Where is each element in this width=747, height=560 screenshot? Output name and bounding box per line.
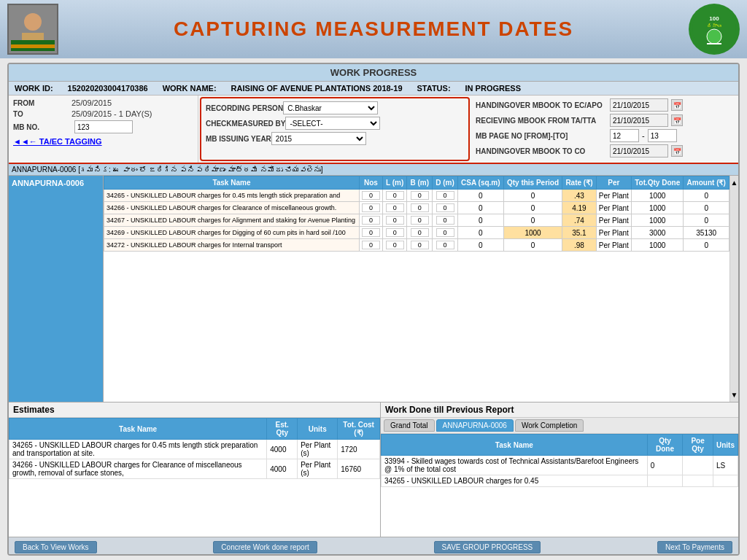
rate-cell: .43	[562, 190, 596, 202]
from-label: FROM	[13, 99, 71, 107]
est-col-qty: Est. Qty	[267, 419, 298, 440]
calendar-icon-2[interactable]: 📅	[671, 114, 683, 126]
tab-annapurna[interactable]: ANNAPURNA-0006	[436, 419, 514, 432]
wd-units-cell: LS	[713, 456, 738, 475]
wd-poe-qty-cell	[683, 456, 713, 475]
csa-cell: 0	[457, 190, 503, 202]
tab-work-completion[interactable]: Work Completion	[515, 419, 584, 432]
work-name-value: RAISING OF AVENUE PLANTATIONS 2018-19	[231, 84, 403, 93]
d-cell[interactable]	[433, 227, 458, 239]
list-item: 34266 - UNSKILLED LABOUR charges for Cle…	[9, 459, 380, 479]
recording-person-select[interactable]: C.Bhaskar	[283, 101, 378, 114]
recording-form: RECORDING PERSON C.Bhaskar CHECKMEASURED…	[200, 97, 470, 161]
work-id-value: 152020203004170386	[68, 84, 148, 93]
work-id-label: WORK ID:	[15, 84, 53, 93]
save-group-progress-button[interactable]: SAVE GROUP PROGRESS	[434, 541, 541, 553]
mb-page-from-input[interactable]	[610, 129, 639, 142]
est-qty-cell: 4000	[267, 440, 298, 459]
checkmeasured-select[interactable]: -SELECT-	[285, 117, 380, 130]
handover-form: HANDINGOVER MBOOK TO EC/APO 📅 RECIEVING …	[471, 96, 738, 163]
est-cost-cell: 1720	[338, 440, 380, 459]
from-value: 25/09/2015	[71, 98, 112, 107]
annapurna-code: ANNAPURNA-0006	[12, 179, 100, 187]
per-cell: Per Plant	[596, 190, 631, 202]
b-cell[interactable]	[407, 190, 433, 202]
wd-col-qty-done: Qty Done	[647, 435, 682, 456]
tot-qty-cell: 3000	[632, 227, 684, 239]
checkmeasured-label: CHECKMEASURED BY	[206, 120, 285, 128]
calendar-icon-3[interactable]: 📅	[671, 145, 683, 157]
csa-cell: 0	[457, 202, 503, 214]
scrollbar[interactable]: ▲ ▼	[729, 176, 738, 402]
mb-page-to-input[interactable]	[648, 129, 677, 142]
per-cell: Per Plant	[596, 227, 631, 239]
l-cell[interactable]	[382, 239, 406, 252]
amount-cell: 35130	[684, 227, 729, 239]
logo-right: 100 దినాలు	[689, 4, 740, 55]
handingover-co-date-input[interactable]	[610, 144, 668, 158]
receiving-date-input[interactable]	[610, 114, 668, 127]
tot-qty-cell: 1000	[632, 239, 684, 252]
nos-cell[interactable]	[359, 214, 382, 227]
amount-cell: 0	[684, 239, 729, 252]
to-value: 25/09/2015 - 1 DAY(S)	[71, 109, 152, 118]
task-name-cell: 34265 - UNSKILLED LABOUR charges for 0.4…	[104, 190, 360, 202]
per-cell: Per Plant	[596, 202, 631, 214]
l-cell[interactable]	[382, 202, 406, 214]
l-cell[interactable]	[382, 190, 406, 202]
work-table-panel: Task Name Nos L (m) B (m) D (m) CSA (sq.…	[104, 176, 738, 402]
nos-cell[interactable]	[359, 190, 382, 202]
task-name-cell: 34269 - UNSKILLED LABOUR charges for Dig…	[104, 227, 360, 239]
est-qty-cell: 4000	[267, 459, 298, 479]
b-cell[interactable]	[407, 239, 433, 252]
nos-cell[interactable]	[359, 227, 382, 239]
to-label: TO	[13, 110, 71, 118]
tab-grand-total[interactable]: Grand Total	[384, 419, 435, 432]
b-cell[interactable]	[407, 227, 433, 239]
calendar-icon-1[interactable]: 📅	[671, 99, 683, 111]
col-d: D (m)	[433, 176, 458, 190]
list-item: 34265 - UNSKILLED LABOUR charges for 0.4…	[9, 440, 380, 459]
nos-cell[interactable]	[359, 202, 382, 214]
mb-page-label: MB PAGE NO [FROM]-[TO]	[476, 132, 607, 140]
mb-no-label: MB NO.	[13, 123, 71, 131]
qty-cell: 0	[503, 202, 562, 214]
header: CAPTURING MEASUREMENT DATES 100 దినాలు	[0, 0, 747, 58]
nos-cell[interactable]	[359, 239, 382, 252]
table-row: 34267 - UNSKILLED LABOUR charges for Ali…	[104, 214, 729, 227]
b-cell[interactable]	[407, 202, 433, 214]
svg-point-1	[24, 13, 42, 31]
mb-no-input[interactable]	[74, 120, 133, 133]
workdone-title: Work Done till Previous Report	[381, 402, 738, 418]
est-units-cell: Per Plant (s)	[298, 440, 338, 459]
work-info-bar: WORK ID: 152020203004170386 WORK NAME: R…	[9, 82, 738, 96]
svg-rect-4	[11, 44, 55, 48]
page-title: CAPTURING MEASUREMENT DATES	[174, 18, 573, 41]
d-cell[interactable]	[433, 202, 458, 214]
recording-person-label: RECORDING PERSON	[206, 104, 283, 112]
estimates-title: Estimates	[9, 402, 380, 418]
l-cell[interactable]	[382, 227, 406, 239]
col-nos: Nos	[359, 176, 382, 190]
d-cell[interactable]	[433, 239, 458, 252]
col-csa: CSA (sq.m)	[457, 176, 503, 190]
l-cell[interactable]	[382, 214, 406, 227]
amount-cell: 0	[684, 214, 729, 227]
wd-col-units: Units	[713, 435, 738, 456]
b-cell[interactable]	[407, 214, 433, 227]
tagging-link[interactable]: ◄◄← TA/EC TAGGING	[13, 136, 102, 147]
concrete-work-button[interactable]: Concrete Work done report	[213, 541, 317, 553]
col-tot-qty: Tot.Qty Done	[632, 176, 684, 190]
estimates-panel: Estimates Task Name Est. Qty Units Tot. …	[9, 402, 381, 537]
back-to-view-works-button[interactable]: Back To View Works	[15, 541, 97, 553]
qty-cell: 1000	[503, 227, 562, 239]
col-per: Per	[596, 176, 631, 190]
d-cell[interactable]	[433, 190, 458, 202]
workdone-panel: Work Done till Previous Report Grand Tot…	[381, 402, 738, 537]
handingover-date-input[interactable]	[610, 98, 668, 112]
list-item: 33994 - Skilled wages towards cost of Te…	[382, 456, 738, 475]
col-l: L (m)	[382, 176, 406, 190]
next-to-payments-button[interactable]: Next To Payments	[657, 541, 732, 553]
mb-issuing-year-select[interactable]: 2015	[271, 132, 366, 145]
d-cell[interactable]	[433, 214, 458, 227]
